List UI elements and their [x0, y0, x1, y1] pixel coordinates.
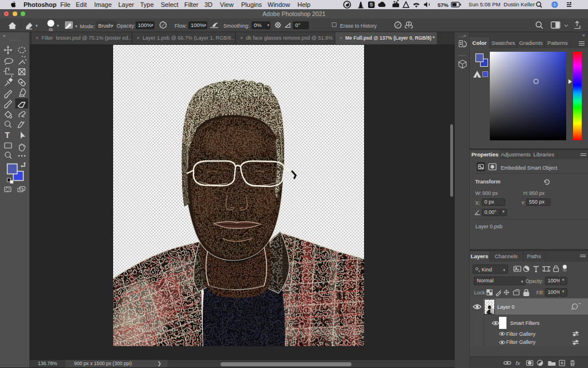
svg-text:fx: fx [516, 360, 521, 366]
svg-text:T: T [5, 131, 10, 140]
svg-text:«: « [3, 33, 6, 39]
svg-text:S: S [370, 2, 373, 7]
svg-text:Dustin Keller: Dustin Keller [504, 1, 535, 7]
svg-text:86: 86 [49, 28, 53, 32]
svg-text:Sun 5:08 PM: Sun 5:08 PM [469, 1, 500, 7]
svg-text:57%: 57% [438, 2, 449, 8]
